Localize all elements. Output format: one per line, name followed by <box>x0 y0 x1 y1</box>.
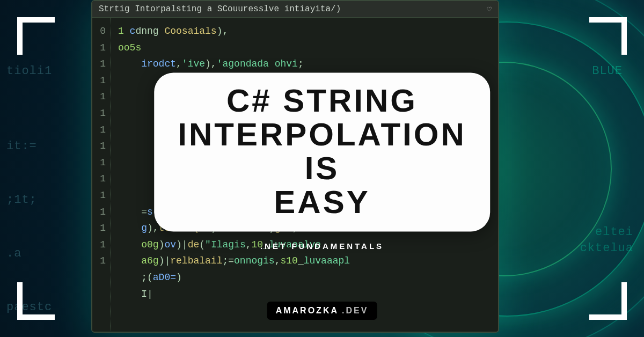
title-line: EASY <box>178 185 466 219</box>
deco-text: BLUE <box>592 64 623 78</box>
frame-corner <box>589 282 627 320</box>
brand-badge: AMAROZKA .DEV <box>267 302 377 320</box>
deco-text: eltei <box>595 225 633 239</box>
editor-titlebar: Strtig Intorpalsting a SCouuresslve inti… <box>92 1 498 18</box>
brand-name: AMAROZKA <box>276 306 339 316</box>
deco-text: ;1t; <box>6 193 37 207</box>
deco-text: cktelua <box>580 241 633 255</box>
deco-text: it:= <box>6 140 37 153</box>
editor-title-text: Strtig Intorpalsting a SCouuresslve inti… <box>99 4 341 14</box>
subtitle: .NET FUNDAMENTALS <box>154 241 490 251</box>
title-block: C# STRING INTERPOLATION IS EASY .NET FUN… <box>154 73 490 251</box>
title-card: C# STRING INTERPOLATION IS EASY <box>154 73 490 232</box>
brand-suffix: .DEV <box>342 306 368 316</box>
frame-corner <box>589 17 627 55</box>
deco-text: tioli1 <box>6 64 52 78</box>
heart-icon: ♡ <box>487 5 492 14</box>
title-line: C# STRING <box>178 84 466 118</box>
title-line: INTERPOLATION IS <box>178 118 466 185</box>
line-number-gutter: 011111111111111 <box>92 18 111 331</box>
frame-corner <box>17 17 55 55</box>
deco-text: .a <box>6 247 21 260</box>
frame-corner <box>17 282 55 320</box>
